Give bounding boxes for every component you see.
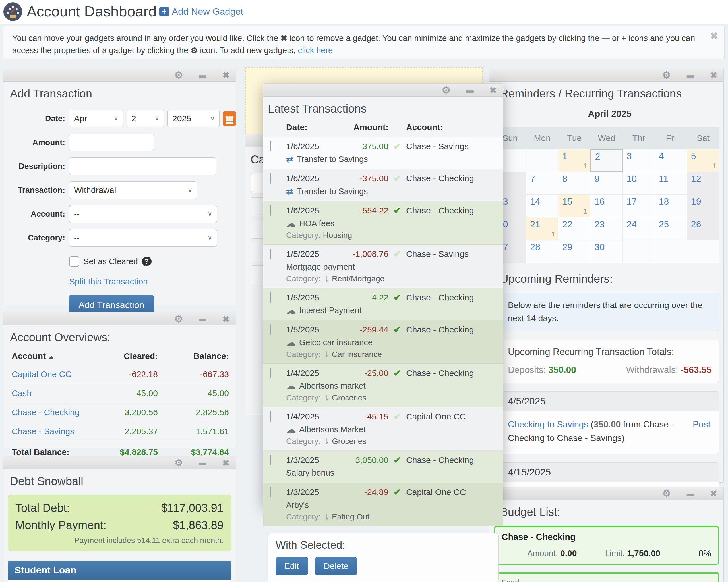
minimize-icon[interactable]: ▬ bbox=[199, 459, 206, 467]
year-select[interactable]: 2025∨ bbox=[167, 110, 219, 127]
calendar-day-cell[interactable]: 3 bbox=[623, 149, 655, 172]
minimize-icon[interactable]: ▬ bbox=[199, 314, 206, 324]
set-as-cleared-checkbox[interactable] bbox=[69, 256, 79, 267]
calendar-day-cell[interactable] bbox=[526, 149, 558, 172]
close-icon[interactable]: ✖ bbox=[223, 70, 230, 80]
transaction-date: 1/4/2025 bbox=[286, 412, 340, 421]
row-checkbox[interactable] bbox=[270, 411, 271, 422]
transaction-type-select[interactable]: Withdrawal∨ bbox=[69, 181, 197, 199]
row-checkbox[interactable] bbox=[270, 455, 271, 465]
row-checkbox[interactable] bbox=[270, 292, 271, 303]
description-input[interactable] bbox=[69, 158, 216, 175]
transaction-date: 1/5/2025 bbox=[286, 293, 340, 302]
split-transaction-link[interactable]: Split this Transaction bbox=[69, 277, 148, 286]
close-icon[interactable]: ✖ bbox=[710, 489, 717, 498]
calendar-day-cell[interactable]: 10 bbox=[623, 172, 655, 195]
calendar-day-cell[interactable] bbox=[655, 240, 687, 263]
transaction-type-icon: ☁ bbox=[286, 306, 296, 314]
calendar-day-cell[interactable] bbox=[623, 240, 655, 263]
calendar-day-cell[interactable]: 1 1 bbox=[558, 149, 590, 172]
close-icon[interactable]: ✖ bbox=[490, 85, 497, 95]
transaction-category: Car Insurance bbox=[332, 350, 382, 359]
close-icon[interactable]: ✖ bbox=[710, 70, 717, 80]
help-icon[interactable]: ? bbox=[142, 257, 152, 266]
row-checkbox[interactable] bbox=[270, 249, 271, 259]
calendar-day-cell[interactable]: 26 bbox=[687, 217, 719, 240]
calendar-day-cell[interactable]: 8 bbox=[558, 172, 590, 195]
account-name-link[interactable]: Cash bbox=[12, 388, 87, 398]
minimize-icon[interactable]: ▬ bbox=[199, 71, 206, 80]
gear-icon[interactable]: ⚙ bbox=[174, 70, 183, 81]
edit-button[interactable]: Edit bbox=[276, 557, 308, 575]
calendar-day-cell[interactable]: 22 bbox=[558, 217, 590, 240]
reminder-count-badge: 1 bbox=[583, 162, 587, 170]
calendar-day-cell[interactable]: 11 bbox=[655, 172, 687, 195]
gear-icon[interactable]: ⚙ bbox=[442, 84, 450, 96]
gear-icon[interactable]: ⚙ bbox=[662, 488, 671, 499]
calendar-day-cell[interactable]: 17 bbox=[623, 195, 655, 217]
calendar-day-cell[interactable]: 23 bbox=[590, 217, 623, 240]
calendar-day-cell[interactable]: 30 bbox=[590, 240, 623, 263]
calendar-day-cell[interactable]: 7 bbox=[526, 172, 558, 195]
cleared-check-icon: ✔ bbox=[388, 141, 406, 152]
calendar-day-cell[interactable]: 14 bbox=[526, 195, 558, 217]
row-checkbox[interactable] bbox=[270, 205, 271, 216]
transaction-amount: -554.22 bbox=[340, 206, 388, 215]
calendar-day-cell[interactable]: 19 bbox=[687, 195, 719, 217]
calendar-day-cell[interactable]: 24 bbox=[623, 217, 655, 240]
month-select[interactable]: Apr∨ bbox=[69, 110, 123, 127]
gadget-titlebar[interactable]: ⚙ ▬ ✖ bbox=[3, 456, 236, 469]
gadget-titlebar[interactable]: ⚙ ▬ ✖ bbox=[489, 487, 724, 500]
row-checkbox[interactable] bbox=[270, 324, 271, 335]
minimize-icon[interactable]: ▬ bbox=[687, 489, 694, 498]
calendar-picker-icon[interactable] bbox=[223, 111, 236, 126]
row-checkbox[interactable] bbox=[270, 141, 271, 151]
gear-icon: ⚙ bbox=[190, 46, 198, 55]
reminder-name-link[interactable]: Checking to Savings bbox=[508, 419, 588, 429]
calendar-day-cell[interactable]: 21 1 bbox=[526, 217, 558, 240]
calendar-day-cell[interactable]: 16 bbox=[590, 195, 623, 217]
calendar-day-cell[interactable]: 5 1 bbox=[687, 149, 719, 172]
row-checkbox[interactable] bbox=[270, 368, 271, 378]
close-icon[interactable]: ✖ bbox=[223, 314, 230, 324]
column-header-account[interactable]: Account bbox=[12, 351, 87, 361]
minimize-icon[interactable]: ▬ bbox=[687, 71, 694, 80]
gear-icon[interactable]: ⚙ bbox=[174, 457, 183, 468]
calendar-day-cell[interactable]: 2 bbox=[590, 149, 623, 172]
banner-close-icon[interactable]: ✖ bbox=[710, 30, 718, 42]
gadget-titlebar[interactable]: ⚙ ▬ ✖ bbox=[3, 68, 236, 82]
calendar-day-cell[interactable]: 4 bbox=[655, 149, 687, 172]
reminder-group: 4/5/2025 Checking to Savings (350.00 fro… bbox=[500, 391, 719, 454]
row-checkbox[interactable] bbox=[270, 487, 271, 497]
delete-button[interactable]: Delete bbox=[315, 557, 357, 575]
amount-input[interactable] bbox=[69, 134, 154, 151]
post-link[interactable]: Post bbox=[693, 418, 710, 432]
calendar-day-cell[interactable]: 29 bbox=[558, 240, 590, 263]
day-select[interactable]: 2∨ bbox=[127, 110, 164, 127]
gear-icon[interactable]: ⚙ bbox=[662, 70, 671, 81]
account-name-link[interactable]: Capital One CC bbox=[12, 369, 87, 379]
account-name-link[interactable]: Chase - Savings bbox=[12, 426, 87, 436]
gadget-titlebar[interactable]: ⚙ ▬ ✖ bbox=[3, 312, 236, 325]
with-selected-label: With Selected: bbox=[276, 539, 491, 551]
row-checkbox[interactable] bbox=[270, 173, 271, 184]
calendar-day-cell[interactable]: 18 bbox=[655, 195, 687, 217]
calendar-day-cell[interactable] bbox=[687, 240, 719, 263]
account-name-link[interactable]: Chase - Checking bbox=[12, 408, 87, 417]
account-select[interactable]: --∨ bbox=[69, 205, 217, 223]
gadget-titlebar[interactable]: ⚙ ▬ ✖ bbox=[263, 84, 503, 96]
column-header-cleared[interactable]: Cleared: bbox=[87, 351, 158, 361]
gear-icon[interactable]: ⚙ bbox=[174, 313, 183, 325]
calendar-day-cell[interactable]: 25 bbox=[655, 217, 687, 240]
click-here-link[interactable]: click here bbox=[298, 46, 333, 55]
column-header-balance[interactable]: Balance: bbox=[158, 351, 229, 361]
gadget-titlebar[interactable]: ⚙ ▬ ✖ bbox=[489, 68, 724, 82]
calendar-day-cell[interactable]: 9 bbox=[590, 172, 623, 195]
add-new-gadget-link[interactable]: + Add New Gadget bbox=[159, 6, 243, 17]
calendar-day-cell[interactable]: 28 bbox=[526, 240, 558, 263]
calendar-day-cell[interactable]: 15 1 bbox=[558, 195, 590, 217]
close-icon[interactable]: ✖ bbox=[223, 458, 230, 468]
category-select[interactable]: --∨ bbox=[69, 229, 217, 247]
minimize-icon[interactable]: ▬ bbox=[466, 86, 474, 94]
calendar-day-cell[interactable]: 12 bbox=[687, 172, 719, 195]
